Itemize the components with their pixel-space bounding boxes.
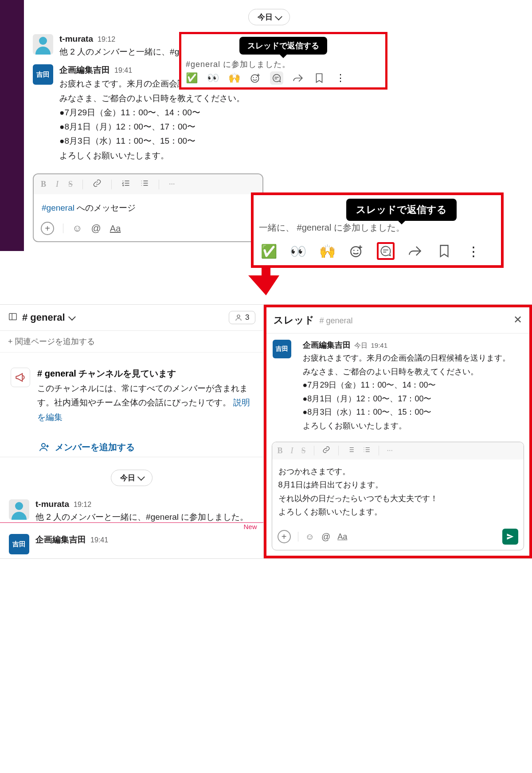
message-text: お疲れさまです。来月の企画会議の日程候補を送ります。 みなさま、ご都合のよい日時…: [303, 351, 524, 433]
message-username[interactable]: 企画編集吉田: [59, 64, 110, 76]
link-button[interactable]: [93, 179, 102, 190]
emoji-button[interactable]: ☺: [72, 223, 82, 234]
react-raised-hands-icon[interactable]: 🙌: [227, 71, 241, 85]
channel-info-desc: このチャンネルには、常にすべてのメンバーが含まれます。社内通知やチーム全体の会話…: [37, 381, 253, 424]
strike-button[interactable]: S: [301, 446, 306, 455]
message-username[interactable]: t-murata: [59, 34, 93, 44]
add-reaction-icon[interactable]: [249, 71, 262, 85]
message-timestamp[interactable]: 19:41: [371, 341, 388, 349]
svg-point-10: [237, 315, 240, 318]
message-row[interactable]: t-murata 19:12 他 2 人のメンバーと一緒に、#general に…: [0, 496, 263, 526]
italic-button[interactable]: I: [56, 180, 59, 189]
svg-point-6: [351, 247, 361, 257]
message-username[interactable]: 企画編集吉田: [35, 534, 86, 545]
strike-button[interactable]: S: [68, 180, 73, 189]
message-timestamp[interactable]: 19:41: [114, 67, 132, 75]
format-toolbar: B I S ···: [34, 174, 262, 194]
avatar[interactable]: 吉田: [273, 340, 291, 358]
thread-reply-composer[interactable]: B I S ··· おつかれさまです。 8月1日は終日出ておりま: [272, 442, 524, 550]
attach-button[interactable]: +: [278, 530, 291, 543]
more-actions-icon[interactable]: ⋮: [465, 242, 482, 260]
react-check-icon[interactable]: ✅: [185, 71, 198, 85]
react-eyes-icon[interactable]: 👀: [206, 71, 219, 85]
megaphone-icon: [11, 368, 30, 387]
message-row[interactable]: 吉田 企画編集吉田 19:41: [0, 530, 263, 554]
more-formatting-icon[interactable]: ···: [169, 180, 175, 189]
channel-name-button[interactable]: # general: [22, 312, 74, 323]
avatar[interactable]: 吉田: [33, 64, 53, 85]
message-username[interactable]: 企画編集吉田: [303, 340, 351, 350]
svg-point-14: [364, 451, 364, 452]
svg-point-5: [141, 185, 142, 186]
avatar[interactable]: 吉田: [9, 534, 29, 554]
svg-point-1: [253, 77, 254, 78]
channel-info-title: # general チャンネルを見ています: [37, 368, 253, 380]
more-actions-icon[interactable]: ⋮: [334, 71, 347, 85]
tooltip-reply-in-thread: スレッドで返信する: [346, 199, 457, 221]
thread-original-message[interactable]: 吉田 企画編集吉田 今日 19:41 お疲れさまです。来月の企画会議の日程候補を…: [266, 334, 530, 439]
message-username[interactable]: t-murata: [35, 499, 69, 509]
svg-rect-9: [9, 313, 17, 320]
message-day: 今日: [354, 341, 368, 350]
chevron-down-icon: [137, 474, 145, 481]
more-formatting-icon[interactable]: ···: [387, 446, 393, 455]
react-raised-hands-icon[interactable]: 🙌: [318, 242, 336, 260]
thread-channel-link[interactable]: # general: [320, 316, 353, 326]
share-icon[interactable]: [406, 242, 424, 260]
avatar[interactable]: [33, 34, 53, 55]
date-divider-pill[interactable]: 今日: [111, 470, 153, 486]
bullet-list-button[interactable]: [140, 179, 149, 190]
reply-in-thread-icon[interactable]: [270, 71, 283, 85]
avatar[interactable]: [9, 499, 29, 520]
share-icon[interactable]: [291, 71, 305, 85]
reply-input[interactable]: おつかれさまです。 8月1日は終日出ております。 それ以外の日だったらいつでも大…: [272, 459, 524, 524]
add-reaction-icon[interactable]: [348, 242, 365, 260]
add-related-page-button[interactable]: + 関連ページを追加する: [0, 331, 263, 353]
workspace-sidebar: [0, 0, 24, 251]
composer-input[interactable]: #general へのメッセージ: [34, 194, 262, 217]
svg-point-2: [256, 77, 257, 78]
emoji-button[interactable]: ☺: [305, 532, 314, 542]
format-toolbar: B I S ···: [272, 442, 524, 459]
chevron-down-icon: [68, 313, 76, 321]
bookmark-icon[interactable]: [435, 242, 453, 260]
ordered-list-button[interactable]: [347, 446, 355, 456]
bookmark-icon[interactable]: [313, 71, 326, 85]
covered-text: #general に参加しました。: [186, 59, 381, 70]
svg-point-8: [357, 250, 358, 251]
attach-button[interactable]: +: [41, 222, 54, 235]
message-timestamp[interactable]: 19:12: [74, 501, 91, 509]
svg-point-4: [141, 183, 142, 184]
format-toggle-button[interactable]: Aa: [337, 532, 347, 541]
reply-in-thread-icon[interactable]: [377, 242, 395, 260]
link-button[interactable]: [322, 446, 330, 456]
svg-point-0: [251, 75, 258, 82]
message-timestamp[interactable]: 19:12: [98, 35, 115, 43]
message-text: お疲れさまです。来月の企画会議の日程候補を送ります。 みなさま、ご都合のよい日時…: [59, 77, 505, 163]
react-check-icon[interactable]: ✅: [260, 242, 278, 260]
ordered-list-button[interactable]: [121, 179, 130, 190]
tooltip-reply-in-thread: スレッドで返信する: [239, 37, 327, 55]
svg-point-13: [364, 449, 364, 450]
svg-point-7: [353, 250, 355, 251]
italic-button[interactable]: I: [291, 446, 293, 455]
send-button[interactable]: [502, 529, 518, 545]
svg-point-3: [141, 180, 142, 181]
message-composer[interactable]: B I S ··· #general へのメッセージ: [33, 173, 263, 242]
member-count-button[interactable]: 3: [229, 311, 255, 324]
message-text: 他 2 人のメンバーと一緒に、#general に参加しました。: [35, 510, 254, 524]
format-toggle-button[interactable]: Aa: [110, 224, 121, 234]
react-eyes-icon[interactable]: 👀: [289, 242, 307, 260]
bold-button[interactable]: B: [278, 446, 283, 455]
mention-button[interactable]: @: [91, 223, 101, 234]
toggle-sidebar-icon[interactable]: [8, 312, 18, 324]
date-label: 今日: [258, 12, 273, 22]
message-timestamp[interactable]: 19:41: [90, 536, 108, 544]
bold-button[interactable]: B: [41, 180, 46, 189]
close-icon[interactable]: ✕: [513, 314, 522, 326]
date-divider-pill[interactable]: 今日: [248, 9, 290, 25]
covered-text: 一緒に、 #general に参加しました。: [259, 222, 498, 234]
bullet-list-button[interactable]: [363, 446, 371, 456]
message-hover-toolbar-callout-zoom: スレッドで返信する 一緒に、 #general に参加しました。 ✅ 👀 🙌: [251, 192, 504, 268]
mention-button[interactable]: @: [321, 532, 330, 542]
